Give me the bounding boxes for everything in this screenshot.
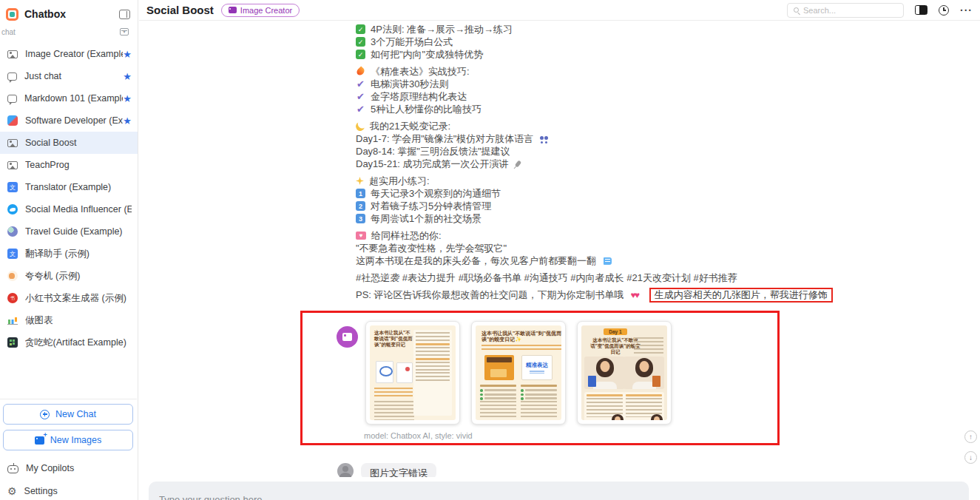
people-emoji <box>540 138 548 140</box>
sidebar-item-label: Markdown 101 (Example) <box>24 93 123 104</box>
red-annotation-text: 生成内容相关的几张图片，帮我进行修饰 <box>649 288 833 303</box>
history-icon[interactable] <box>939 5 949 16</box>
message-line: 我的21天蜕变记录: <box>370 120 450 132</box>
sidebar-header: Chatbox <box>0 0 138 22</box>
generated-image-2[interactable]: 这本书让我从"不敢说话"到"侃侃而谈"的蜕变日记✨ 精准表达 <box>471 321 566 425</box>
sidebar-item-snake-game[interactable]: 贪吃蛇(Artifact Example) <box>0 331 138 354</box>
sidebar-item-label: Social Media Influencer (Exa... <box>25 204 132 214</box>
number-2-emoji: 2 <box>356 201 365 211</box>
scroll-up-button[interactable]: ↑ <box>964 430 977 443</box>
sidebar-item-social-media-influencer[interactable]: Social Media Influencer (Exa... <box>0 198 138 220</box>
sidebar-item-label: Just chat <box>24 71 123 81</box>
sidebar-item-travel-guide[interactable]: Travel Guide (Example) <box>0 220 138 243</box>
two-hearts-emoji: ♥♥ <box>631 290 638 300</box>
sidebar-item-label: 做图表 <box>25 314 132 327</box>
sidebar-item-just-chat[interactable]: Just chat ★ <box>0 65 138 87</box>
chat-section-label: chat <box>1 28 120 36</box>
generated-image-grid: 这本书让我从"不敢说话"到"侃侃而谈"的蜕变日记 这本书让我从"不敢说话"到"侃… <box>365 321 672 425</box>
archive-icon[interactable]: ▾ <box>120 28 129 36</box>
settings-label: Settings <box>24 486 58 496</box>
check-mark-emoji <box>356 37 365 47</box>
star-icon[interactable]: ★ <box>123 94 132 104</box>
collapse-sidebar-icon[interactable] <box>119 10 130 19</box>
my-copilots-label: My Copilots <box>26 463 74 473</box>
message-line: 超实用小练习: <box>369 175 430 187</box>
new-images-button[interactable]: New Images <box>3 430 133 450</box>
new-chat-button[interactable]: New Chat <box>3 404 133 425</box>
number-1-emoji: 1 <box>356 189 365 198</box>
image-creator-badge[interactable]: Image Creator <box>221 4 300 17</box>
sidebar-item-xiaohongshu-generator[interactable]: 书 小红书文案生成器 (示例) <box>0 287 138 309</box>
sidebar: Chatbox chat ▾ Image Creator (Example) ★… <box>0 0 138 500</box>
settings-button[interactable]: ⚙ Settings <box>0 482 138 500</box>
image-icon <box>342 333 352 341</box>
sidebar-item-translator[interactable]: 文 Translator (Example) <box>0 176 138 198</box>
assistant-avatar <box>337 326 358 348</box>
sidebar-item-label: Translator (Example) <box>25 182 132 192</box>
check-emoji <box>356 78 365 89</box>
message-input[interactable] <box>149 482 969 500</box>
sidebar-item-label: 小红书文案生成器 (示例) <box>25 292 132 305</box>
new-chat-label: New Chat <box>55 409 96 419</box>
scroll-down-button[interactable]: ↓ <box>964 451 977 464</box>
sidebar-item-software-developer[interactable]: Software Developer (Ex... ★ <box>0 109 138 132</box>
check-mark-emoji <box>356 50 365 59</box>
image-icon <box>7 161 18 169</box>
split-view-icon[interactable] <box>915 5 927 15</box>
main-area: Social Boost Image Creator ··· 4P法则: 准备→… <box>139 0 980 500</box>
sidebar-item-teachprog[interactable]: TeachProg <box>0 154 138 176</box>
star-icon[interactable]: ★ <box>123 72 132 81</box>
generated-image-1[interactable]: 这本书让我从"不敢说话"到"侃侃而谈"的蜕变日记 <box>365 321 460 425</box>
star-icon[interactable]: ★ <box>123 50 132 59</box>
message-line: 4P法则: 准备→展示→推动→练习 <box>371 23 513 36</box>
search-input[interactable] <box>803 6 897 15</box>
image-model-caption: model: Chatbox AI, style: vivid <box>364 431 473 440</box>
sidebar-item-kuakuaji[interactable]: 夸夸机 (示例) <box>0 265 138 287</box>
message-line: "不要急着改变性格，先学会驾驭它" <box>356 242 507 254</box>
assistant-message: 4P法则: 准备→展示→推动→练习 3个万能开场白公式 如何把"内向"变成独特优… <box>356 23 788 301</box>
message-line: 每天记录3个观察到的沟通细节 <box>371 187 501 200</box>
sidebar-item-label: 夸夸机 (示例) <box>25 270 132 283</box>
globe-icon <box>7 226 18 237</box>
image-icon <box>7 139 18 147</box>
generated-images-annotation-box: 这本书让我从"不敢说话"到"侃侃而谈"的蜕变日记 这本书让我从"不敢说话"到"侃… <box>300 311 780 445</box>
love-letter-emoji <box>356 232 366 240</box>
app-title: Chatbox <box>24 8 119 20</box>
check-emoji <box>356 104 365 115</box>
photo-woman-small <box>612 414 624 420</box>
sidebar-item-label: Software Developer (Ex... <box>25 115 123 126</box>
check-mark-emoji <box>356 24 365 34</box>
sidebar-item-label: Social Boost <box>25 138 132 148</box>
message-line: 对着镜子练习5分钟表情管理 <box>371 200 491 212</box>
image-title-text: 这本书让我从"不敢说话"到"侃侃而谈"的蜕变日记 <box>374 330 415 348</box>
sidebar-item-image-creator[interactable]: Image Creator (Example) ★ <box>0 43 138 65</box>
search-box[interactable] <box>787 3 904 18</box>
xiaohongshu-icon: 书 <box>7 293 18 303</box>
sidebar-item-label: Travel Guide (Example) <box>25 226 132 237</box>
message-line: 给同样社恐的你: <box>371 229 442 242</box>
microphone-emoji <box>514 160 521 167</box>
book-cover-white: 精准表达 <box>521 355 552 380</box>
chat-bubble-icon <box>7 95 17 103</box>
book-emoji <box>604 257 612 265</box>
generated-image-3[interactable]: Day 1 这本书让我从"不敢说话"变"侃侃而谈"的蜕变日记 <box>577 321 672 425</box>
hashtags-line: #社恐逆袭 #表达力提升 #职场必备书单 #沟通技巧 #内向者成长 #21天改变… <box>356 271 737 284</box>
gear-icon: ⚙ <box>7 486 17 496</box>
image-icon <box>229 7 237 13</box>
star-icon[interactable]: ★ <box>123 116 132 126</box>
robot-icon <box>7 465 18 473</box>
new-image-icon <box>35 436 44 445</box>
sidebar-item-markdown-101[interactable]: Markdown 101 (Example) ★ <box>0 87 138 109</box>
chat-bubble-icon <box>7 72 17 81</box>
chatbox-app-window: Chatbox chat ▾ Image Creator (Example) ★… <box>0 0 980 500</box>
topbar: Social Boost Image Creator ··· <box>139 0 980 21</box>
sidebar-item-social-boost[interactable]: Social Boost <box>0 132 138 154</box>
more-options-icon[interactable]: ··· <box>960 5 973 16</box>
fire-emoji <box>355 66 365 76</box>
message-line: 金字塔原理结构化表达 <box>371 90 467 103</box>
sidebar-item-translate-assistant[interactable]: 文 翻译助手 (示例) <box>0 243 138 265</box>
message-line: 这两本书现在是我的床头必备，每次见客户前都要翻一翻 <box>356 254 596 267</box>
photo-woman-orange-book <box>624 357 664 389</box>
sidebar-item-make-charts[interactable]: 做图表 <box>0 309 138 331</box>
my-copilots-button[interactable]: My Copilots <box>0 459 138 478</box>
